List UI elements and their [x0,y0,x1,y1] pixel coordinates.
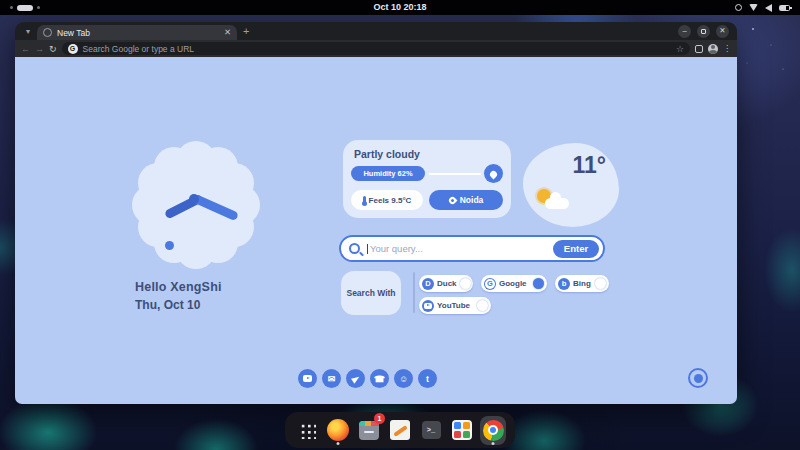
droplet-glyph [489,169,499,179]
weather-card: Partly cloudy Humidity 62% Feels 9.5°C N… [343,140,511,218]
close-button[interactable]: ✕ [716,25,729,38]
humidity-track [429,173,481,176]
forward-button[interactable]: → [35,44,44,54]
tab-title: New Tab [57,28,219,38]
profile-avatar[interactable] [708,44,718,54]
humidity-pill: Humidity 62% [351,166,425,181]
chrome-active-highlight [480,416,506,445]
tab-new-tab[interactable]: New Tab ✕ [37,25,237,40]
tab-favicon-icon [43,28,52,37]
text-editor-icon [390,420,410,440]
gnome-top-bar: Oct 10 20:18 [0,0,800,15]
dock-firefox-button[interactable] [325,415,351,445]
running-indicator [337,442,340,445]
engine-label: YouTube [437,301,474,310]
text-caret [367,244,368,254]
browser-window: ▾ New Tab ✕ + – ✕ ← → ↻ G Search Google … [15,22,737,404]
engine-option-google[interactable]: G Google [481,275,547,292]
chrome-icon [483,420,504,441]
dock-software-updates-button[interactable]: 1 [356,415,382,445]
dock: 1 >_ [285,412,515,448]
telegram-icon[interactable] [346,369,365,388]
humidity-droplet-icon [484,164,503,183]
engine-radio-duck[interactable] [460,278,471,289]
google-logo-icon: G [68,44,78,54]
settings-dot-icon [694,374,703,383]
twitter-icon[interactable]: t [418,369,437,388]
bookmark-star-icon[interactable]: ☆ [676,44,684,54]
location-pin-icon [447,195,457,205]
browser-menu-icon[interactable]: ⋮ [723,44,731,53]
extensions-icon[interactable] [695,45,703,53]
duckduckgo-icon: D [422,278,434,290]
google-engine-icon: G [484,278,496,290]
desktop-wallpaper: Oct 10 20:18 ▾ New Tab ✕ + – ✕ ← → [0,0,800,450]
dock-text-editor-button[interactable] [387,415,413,445]
minimize-button[interactable]: – [678,25,691,38]
reload-button[interactable]: ↻ [49,44,57,54]
reddit-icon[interactable]: ☺ [394,369,413,388]
tab-close-icon[interactable]: ✕ [224,25,231,40]
bing-icon: b [558,278,570,290]
dock-chrome-button[interactable] [480,415,506,445]
engine-option-bing[interactable]: b Bing [555,275,609,292]
maximize-icon [701,29,706,34]
search-bar[interactable]: Your query... Enter [339,235,605,262]
thermometer-icon [363,196,366,204]
maximize-button[interactable] [697,25,710,38]
system-tray[interactable] [735,4,790,12]
feels-like-text: Feels 9.5°C [369,196,412,205]
engine-option-duck[interactable]: D Duck [419,275,473,292]
paper-plane-icon [351,374,361,384]
greeting-text: Hello XengShi [135,280,222,294]
engine-label: Google [499,279,530,288]
dock-app-grid-button[interactable] [294,415,320,445]
search-with-label: Search With [341,271,401,315]
engine-radio-bing[interactable] [595,278,606,289]
tab-strip: ▾ New Tab ✕ + – ✕ [15,22,737,40]
new-tab-button[interactable]: + [243,24,249,39]
location-pill[interactable]: Noida [429,190,503,210]
mail-icon[interactable]: ✉ [322,369,341,388]
tab-search-chevron-icon[interactable]: ▾ [21,25,35,38]
clock-hands-joint [189,194,199,204]
location-text: Noida [460,195,484,205]
back-button[interactable]: ← [21,44,30,54]
search-input[interactable]: Your query... [370,243,553,254]
youtube-icon[interactable] [298,369,317,388]
window-controls: – ✕ [678,25,729,38]
dock-app-store-button[interactable] [449,415,475,445]
topbar-clock[interactable]: Oct 10 20:18 [0,0,800,15]
firefox-icon [327,419,349,441]
omnibox-placeholder: Search Google or type a URL [83,44,671,54]
battery-icon [779,5,790,11]
weather-condition: Partly cloudy [354,148,420,160]
date-text: Thu, Oct 10 [135,298,200,312]
cloud-icon [545,198,569,209]
youtube-engine-icon [422,300,434,312]
temperature-widget: 11° [523,143,619,227]
browser-toolbar: ← → ↻ G Search Google or type a URL ☆ ⋮ [15,40,737,57]
engine-radio-google[interactable] [533,278,544,289]
temperature-value: 11° [572,152,606,179]
engine-option-youtube[interactable]: YouTube [419,297,491,314]
dock-terminal-button[interactable]: >_ [418,415,444,445]
engine-radio-youtube[interactable] [477,300,488,311]
omnibox[interactable]: G Search Google or type a URL ☆ [62,42,690,55]
enter-button[interactable]: Enter [553,240,599,258]
page-settings-button[interactable] [688,368,708,388]
wifi-icon [749,4,758,11]
search-with-divider [413,272,415,313]
play-icon [424,303,432,309]
wallpaper-stars [752,28,754,30]
whatsapp-icon[interactable]: ☎ [370,369,389,388]
update-badge: 1 [374,413,385,424]
engine-label: Bing [573,279,592,288]
volume-icon [765,4,772,12]
search-icon [349,243,360,254]
app-grid-icon [299,422,316,439]
play-icon [303,375,312,382]
feels-like-pill: Feels 9.5°C [351,190,423,210]
engine-label: Duck [437,279,457,288]
app-store-icon [452,420,472,440]
